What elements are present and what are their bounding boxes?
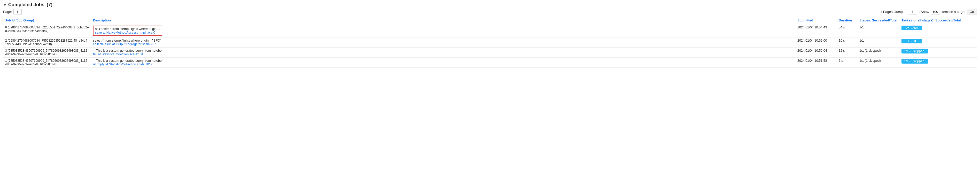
table-row: 2 (598642754688007534_755532563523287522… xyxy=(3,37,977,48)
cell-tasks: 10/10 xyxy=(899,37,977,48)
col-header-duration[interactable]: Duration ↓ xyxy=(837,17,857,24)
cell-stages: 1/1 (1 skipped) xyxy=(857,57,899,68)
cell-job-id: 2 (598642754688007534_755532563523287522… xyxy=(3,37,91,48)
section-title: Completed Jobs (7) xyxy=(8,2,52,8)
cell-tasks: 1/1 (8 skipped) xyxy=(899,57,977,68)
show-label: . Show xyxy=(919,10,929,14)
cell-description: -- This is a system generated query from… xyxy=(91,57,795,68)
title-count: (7) xyxy=(47,2,52,7)
go-button[interactable]: Go xyxy=(967,9,977,14)
cell-description: -- This is a system generated query from… xyxy=(91,48,795,57)
page-input[interactable] xyxy=(13,9,22,14)
desc-link[interactable]: collectResult at OutputAggregator.scala:… xyxy=(93,42,156,46)
items-label: items in a page. xyxy=(942,10,965,14)
completed-jobs-section: ▼ Completed Jobs (7) xyxy=(3,2,977,8)
sort-arrow-icon: ↓ xyxy=(853,19,855,22)
tasks-badge: 1/1 (8 skipped) xyxy=(902,49,928,54)
pagination-right: 1 Pages. Jump to . Show items in a page.… xyxy=(880,9,977,14)
cell-description: select * from sternp.flights where origi… xyxy=(91,37,795,48)
cell-tasks: 1/1 (8 skipped) xyxy=(899,48,977,57)
page-label: Page: xyxy=(3,10,12,14)
col-header-stages: Stages: Succeeded/Total xyxy=(857,17,899,24)
desc-link[interactable]: tail at StatisticsCollection.scala:1015 xyxy=(93,53,145,56)
col-header-submitted: Submitted xyxy=(795,17,837,24)
cell-job-id: 1 (785038523 43507190909_547826098260249… xyxy=(3,57,91,68)
col-header-job-id: Job Id (Job Group) xyxy=(3,17,91,24)
jobs-table: Job Id (Job Group) Description Submitted… xyxy=(3,17,977,68)
table-row: 3 (785038523 43507190909_547826098260249… xyxy=(3,48,977,57)
cell-stages: 1/1 xyxy=(857,37,899,48)
pages-info: 1 Pages. Jump to xyxy=(880,10,906,14)
title-label: Completed Jobs xyxy=(8,2,45,7)
cell-duration: 6 s xyxy=(837,57,857,68)
table-row: 1 (785038523 43507190909_547826098260249… xyxy=(3,57,977,68)
cell-duration: 16 s xyxy=(837,37,857,48)
cell-job-id: 6 (598642754688007534_622855517299464008… xyxy=(3,24,91,37)
desc-line1: -- This is a system generated query from… xyxy=(93,59,793,62)
cell-submitted: 2024/01/04 10:51:58 xyxy=(795,57,837,68)
desc-line1: sql('select * from sternp.flights where … xyxy=(95,27,160,31)
cell-duration: 12 s xyxy=(837,48,857,57)
cell-submitted: 2024/01/04 10:54:43 xyxy=(795,24,837,37)
desc-link[interactable]: save at NativeMethodAccessorImpl.java:0 xyxy=(95,31,155,34)
tasks-badge: 1/1 (8 skipped) xyxy=(902,59,928,64)
desc-line1: -- This is a system generated query from… xyxy=(93,49,793,53)
cell-duration: 54 s xyxy=(837,24,857,37)
tasks-badge: 10/10 xyxy=(902,39,922,43)
cell-job-id: 3 (785038523 43507190909_547826098260249… xyxy=(3,48,91,57)
cell-submitted: 2024/01/04 10:52:00 xyxy=(795,37,837,48)
table-body: 6 (598642754688007534_622855517299464008… xyxy=(3,24,977,68)
collapse-arrow-icon[interactable]: ▼ xyxy=(3,3,7,7)
show-input[interactable] xyxy=(931,9,940,14)
desc-line1: select * from sternp.flights where origi… xyxy=(93,39,793,42)
cell-submitted: 2024/01/04 10:52:04 xyxy=(795,48,837,57)
cell-stages: 1/1 xyxy=(857,24,899,37)
table-header-row: Job Id (Job Group) Description Submitted… xyxy=(3,17,977,24)
cell-description: sql('select * from sternp.flights where … xyxy=(91,24,795,37)
desc-link[interactable]: isEmpty at StatisticsCollection.scala:10… xyxy=(93,62,153,66)
table-row: 6 (598642754688007534_622855517299464008… xyxy=(3,24,977,37)
cell-tasks: 258/258 xyxy=(899,24,977,37)
tasks-badge: 258/258 xyxy=(902,26,922,30)
jump-to-input[interactable] xyxy=(908,9,917,14)
pagination-row: Page: 1 Pages. Jump to . Show items in a… xyxy=(3,9,977,14)
col-header-tasks: Tasks (for all stages): Succeeded/Total xyxy=(899,17,977,24)
cell-stages: 1/1 (1 skipped) xyxy=(857,48,899,57)
col-header-description: Description xyxy=(91,17,795,24)
